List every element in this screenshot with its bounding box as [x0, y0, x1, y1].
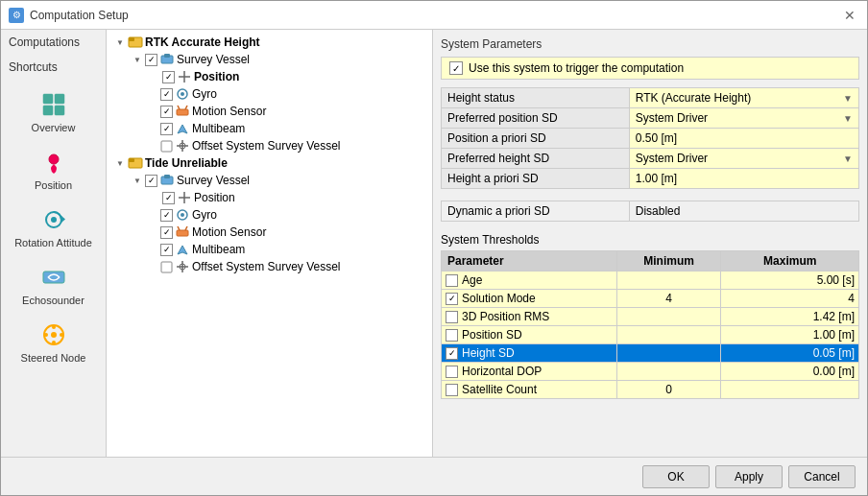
threshold-row-2[interactable]: 3D Position RMS1.42 [m] [442, 308, 859, 326]
computations-button[interactable]: Computations [1, 30, 106, 55]
shortcuts-button[interactable]: Shortcuts [1, 55, 106, 80]
check-motion2[interactable] [160, 226, 173, 239]
check-vessel1[interactable] [145, 54, 157, 66]
threshold-row-3[interactable]: Position SD1.00 [m] [442, 326, 859, 344]
tree-node-tide[interactable]: ▼ Tide Unreliable [110, 154, 428, 172]
rtk-label: RTK Accurate Height [145, 35, 260, 49]
tree-node-offset1[interactable]: Offset System Survey Vessel [110, 137, 428, 154]
threshold-check-5[interactable] [446, 366, 458, 378]
tree-node-multi2[interactable]: Multibeam [110, 241, 428, 258]
threshold-max-3: 1.00 [m] [721, 326, 859, 344]
params-table: Height status RTK (Accurate Height) ▼ Pr… [441, 87, 859, 189]
threshold-check-0[interactable] [446, 274, 458, 287]
main-content: Computations Shortcuts Overview [1, 30, 867, 457]
multi1-label: Multibeam [192, 122, 245, 135]
sidebar-item-overview[interactable]: Overview [8, 83, 100, 139]
trigger-label: Use this system to trigger the computati… [469, 61, 684, 75]
param-label-dynamic: Dynamic a priori SD [442, 201, 630, 222]
param-row-height-apriori-sd: Height a priori SD 1.00 [m] [442, 169, 859, 189]
thresholds-table: Parameter Minimum Maximum Age5.00 [s]Sol… [441, 250, 859, 399]
svg-rect-1 [55, 94, 64, 104]
tree-node-position2[interactable]: ▶ Position [110, 189, 428, 206]
tree-node-motion1[interactable]: Motion Sensor [110, 103, 428, 120]
apply-button[interactable]: Apply [715, 465, 783, 488]
param-row-pref-height-sd: Preferred height SD System Driver ▼ [442, 149, 859, 169]
check-motion1[interactable] [160, 106, 173, 118]
threshold-min-3 [616, 326, 721, 344]
threshold-row-4[interactable]: Height SD0.05 [m] [442, 344, 859, 363]
dropdown-arrow-0[interactable]: ▼ [843, 93, 853, 104]
threshold-label-6: Satellite Count [462, 383, 537, 396]
expander-tide[interactable]: ▼ [112, 155, 128, 171]
steered-icon [38, 319, 69, 350]
check-pos2[interactable] [162, 192, 175, 204]
threshold-check-4[interactable] [446, 347, 458, 360]
col-header-min: Minimum [616, 251, 721, 272]
tree-node-vessel1[interactable]: ▼ Survey Vessel [110, 51, 428, 68]
svg-rect-42 [161, 262, 172, 272]
window-icon: ⚙ [9, 8, 24, 23]
threshold-check-3[interactable] [446, 329, 458, 342]
threshold-min-0 [616, 272, 721, 290]
trigger-checkbox[interactable]: ✓ [449, 61, 463, 75]
svg-line-26 [185, 106, 187, 109]
check-multi2[interactable] [160, 244, 173, 256]
tree-node-offset2[interactable]: Offset System Survey Vessel [110, 258, 428, 275]
tree-node-motion2[interactable]: Motion Sensor [110, 224, 428, 241]
dropdown-arrow-1[interactable]: ▼ [843, 113, 853, 124]
threshold-row-1[interactable]: Solution Mode44 [442, 290, 859, 308]
svg-marker-7 [61, 216, 65, 223]
param-value-pref-pos-sd[interactable]: System Driver ▼ [629, 108, 858, 129]
sidebar-item-echosounder[interactable]: Echosounder [8, 256, 100, 312]
param-row-pref-pos-sd: Preferred position SD System Driver ▼ [442, 108, 859, 129]
section-title: System Parameters [441, 37, 859, 51]
check-pos1[interactable] [162, 71, 175, 83]
dropdown-arrow-3[interactable]: ▼ [843, 154, 853, 164]
expander-rtk[interactable]: ▼ [112, 35, 128, 50]
param-label-height-apriori-sd: Height a priori SD [442, 169, 630, 189]
threshold-label-3: Position SD [462, 328, 522, 342]
title-bar: ⚙ Computation Setup ✕ [1, 1, 867, 30]
svg-line-41 [185, 226, 187, 230]
tree-node-vessel2[interactable]: ▼ Survey Vessel [110, 172, 428, 189]
check-multi1[interactable] [160, 123, 173, 135]
threshold-max-4: 0.05 [m] [721, 344, 859, 363]
sidebar-nav: Overview Position [1, 80, 106, 457]
expander-vessel2[interactable]: ▼ [130, 173, 145, 188]
rotation-label: Rotation Attitude [14, 237, 92, 248]
tree-node-position1[interactable]: ▶ Position [110, 68, 428, 85]
sidebar-item-steered[interactable]: Steered Node [8, 314, 100, 369]
threshold-check-1[interactable] [446, 293, 458, 305]
ok-button[interactable]: OK [642, 465, 710, 488]
close-button[interactable]: ✕ [840, 6, 859, 25]
threshold-check-6[interactable] [446, 384, 458, 396]
check-vessel2[interactable] [145, 175, 157, 187]
threshold-label-0: Age [462, 273, 482, 287]
rotation-icon [38, 204, 69, 235]
threshold-min-1: 4 [616, 290, 721, 308]
threshold-row-0[interactable]: Age5.00 [s] [442, 272, 859, 290]
threshold-row-5[interactable]: Horizontal DOP0.00 [m] [442, 363, 859, 381]
expander-vessel1[interactable]: ▼ [130, 52, 145, 67]
tree-node-gyro1[interactable]: Gyro [110, 85, 428, 103]
motion2-label: Motion Sensor [192, 225, 266, 239]
threshold-check-2[interactable] [446, 311, 458, 323]
window: ⚙ Computation Setup ✕ Computations Short… [0, 0, 868, 496]
svg-point-10 [52, 325, 56, 329]
sidebar-item-position[interactable]: Position [8, 141, 100, 197]
tree-node-rtk[interactable]: ▼ RTK Accurate Height [110, 34, 428, 51]
tree-node-multi1[interactable]: Multibeam [110, 120, 428, 137]
cancel-button[interactable]: Cancel [788, 465, 856, 488]
svg-point-14 [51, 332, 57, 338]
threshold-row-6[interactable]: Satellite Count0 [442, 381, 859, 399]
tree-node-gyro2[interactable]: Gyro [110, 206, 428, 224]
check-gyro1[interactable] [160, 88, 173, 101]
sidebar-item-rotation[interactable]: Rotation Attitude [8, 199, 100, 254]
check-gyro2[interactable] [160, 209, 173, 222]
threshold-min-2 [616, 308, 721, 326]
threshold-min-6: 0 [616, 381, 721, 399]
multi2-label: Multibeam [192, 243, 245, 256]
param-value-height-status[interactable]: RTK (Accurate Height) ▼ [629, 88, 858, 108]
overview-icon [38, 89, 69, 120]
param-value-pref-height-sd[interactable]: System Driver ▼ [629, 149, 858, 169]
